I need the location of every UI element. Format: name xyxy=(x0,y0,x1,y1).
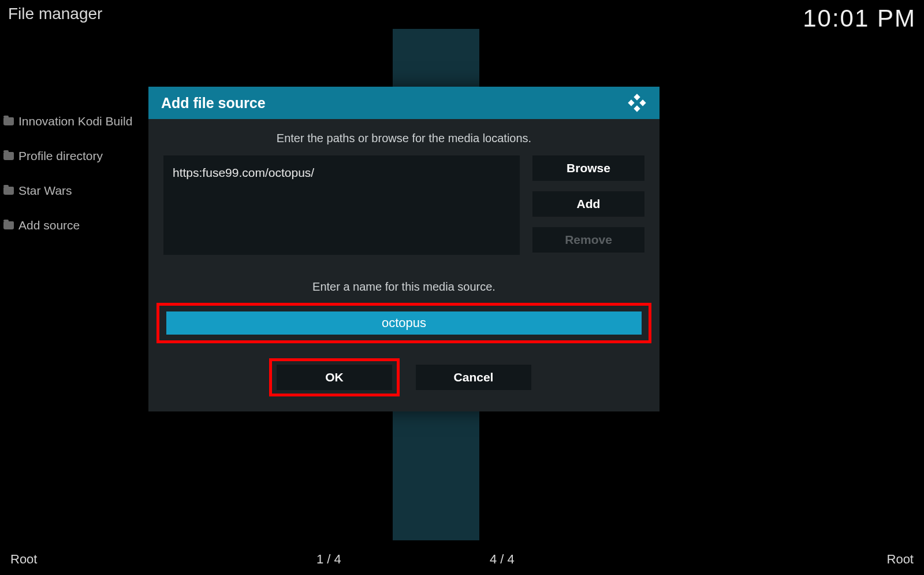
cancel-button[interactable]: Cancel xyxy=(416,365,531,390)
source-item-profile-directory[interactable]: Profile directory xyxy=(0,139,162,173)
status-bar: Root 1 / 4 4 / 4 Root xyxy=(10,552,914,567)
add-button[interactable]: Add xyxy=(532,191,644,217)
source-item-label: Profile directory xyxy=(18,149,103,163)
dialog-title: Add file source xyxy=(161,95,266,112)
left-breadcrumb: Root xyxy=(10,552,37,567)
folder-icon xyxy=(3,187,14,195)
ok-button[interactable]: OK xyxy=(277,365,392,390)
source-item-label: Innovation Kodi Build xyxy=(18,114,132,128)
name-instruction: Enter a name for this media source. xyxy=(163,280,644,294)
source-item-label: Add source xyxy=(18,218,80,232)
left-source-list: Innovation Kodi Build Profile directory … xyxy=(0,104,162,243)
top-header: File manager 10:01 PM xyxy=(8,5,916,32)
screen-title: File manager xyxy=(8,5,102,23)
paths-instruction: Enter the paths or browse for the media … xyxy=(163,132,644,145)
source-item-add-source[interactable]: Add source xyxy=(0,208,162,243)
source-item-star-wars[interactable]: Star Wars xyxy=(0,173,162,208)
svg-rect-0 xyxy=(634,94,640,100)
folder-icon xyxy=(3,221,14,229)
add-file-source-dialog: Add file source Enter the paths or brows… xyxy=(148,87,660,411)
path-input[interactable]: https:fuse99.com/octopus/ xyxy=(163,155,520,255)
svg-rect-2 xyxy=(639,99,646,106)
svg-rect-1 xyxy=(628,99,634,106)
clock: 10:01 PM xyxy=(803,5,916,32)
right-count: 4 / 4 xyxy=(490,552,515,567)
folder-icon xyxy=(3,117,14,125)
annotation-box-name-field xyxy=(157,303,651,343)
annotation-box-ok-button: OK xyxy=(269,358,400,396)
browse-button[interactable]: Browse xyxy=(532,155,644,181)
path-value: https:fuse99.com/octopus/ xyxy=(173,166,314,179)
source-item-innovation[interactable]: Innovation Kodi Build xyxy=(0,104,162,139)
dialog-header: Add file source xyxy=(148,87,660,119)
dialog-body: Enter the paths or browse for the media … xyxy=(148,119,660,411)
svg-rect-3 xyxy=(634,105,640,112)
source-item-label: Star Wars xyxy=(18,184,72,198)
kodi-logo-icon xyxy=(627,93,647,113)
right-breadcrumb: Root xyxy=(887,552,914,567)
remove-button[interactable]: Remove xyxy=(532,227,644,253)
source-name-input[interactable] xyxy=(166,311,642,335)
folder-icon xyxy=(3,152,14,160)
left-count: 1 / 4 xyxy=(316,552,341,567)
